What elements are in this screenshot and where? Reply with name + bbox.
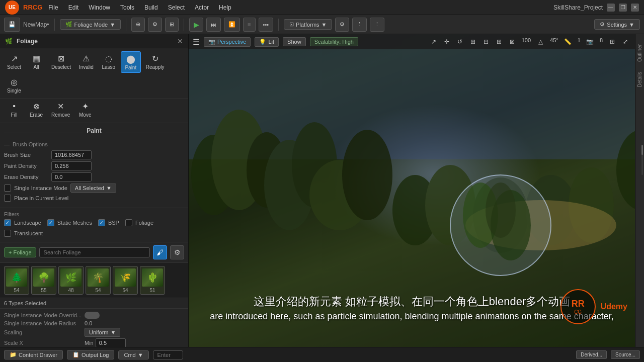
- show-label: Show: [287, 39, 301, 45]
- paint-density-label: Paint Density: [4, 163, 49, 169]
- bsp-checkbox[interactable]: [98, 219, 105, 226]
- move-icon: ✦: [79, 101, 91, 111]
- angle-icon[interactable]: △: [535, 36, 546, 47]
- snap-button[interactable]: ⚙: [148, 18, 162, 32]
- menu-file[interactable]: File: [46, 3, 60, 12]
- menu-help[interactable]: Help: [217, 3, 233, 12]
- single-instance-override-toggle[interactable]: [85, 312, 100, 319]
- options-button[interactable]: •••: [259, 18, 274, 32]
- brush-size-input[interactable]: [51, 150, 92, 159]
- add-foliage-button[interactable]: + Foliage: [4, 247, 36, 257]
- scaling-dropdown[interactable]: Uniform ▼: [85, 328, 120, 337]
- reapply-icon: ↻: [149, 53, 161, 63]
- scale-icon[interactable]: ⊞: [467, 36, 478, 47]
- outliner-label[interactable]: Outliner: [637, 44, 642, 62]
- foliage-item-1[interactable]: 🌳 55: [31, 266, 56, 295]
- transform-button[interactable]: ⊕: [131, 18, 145, 32]
- grid-button[interactable]: ⊞: [165, 18, 179, 32]
- restore-button[interactable]: ❐: [619, 4, 627, 12]
- toolbar-more1[interactable]: ⋮: [352, 18, 367, 32]
- single-instance-checkbox[interactable]: [4, 185, 11, 192]
- menu-tools[interactable]: Tools: [118, 3, 136, 12]
- stop-button[interactable]: ⏫: [224, 18, 240, 32]
- deselect-tool[interactable]: ⊠ Deselect: [48, 51, 74, 73]
- toolbar-more2[interactable]: ⋮: [370, 18, 384, 32]
- lit-button[interactable]: 💡 Lit: [255, 37, 279, 47]
- translucent-checkbox[interactable]: [4, 230, 11, 237]
- erase-density-input[interactable]: [51, 172, 92, 182]
- ruler-icon[interactable]: 📏: [562, 36, 574, 47]
- invalid-tool[interactable]: ⚠ Invalid: [76, 51, 97, 73]
- menu-actor[interactable]: Actor: [193, 3, 211, 12]
- lasso-tool[interactable]: ◌ Lasso: [99, 51, 119, 73]
- paint-density-input[interactable]: [51, 161, 92, 170]
- menu-window[interactable]: Window: [87, 3, 112, 12]
- close-button[interactable]: ✕: [631, 4, 639, 12]
- fill-tool[interactable]: ▪ Fill: [4, 99, 24, 120]
- cmd-input-field[interactable]: [153, 350, 183, 359]
- viewport-layout-icon[interactable]: ⊞: [607, 36, 618, 47]
- play-button[interactable]: ▶: [189, 18, 203, 32]
- foliage-mode-button[interactable]: 🌿 Foliage Mode ▼: [60, 19, 121, 30]
- source-button[interactable]: Source...: [611, 350, 640, 359]
- scale-x-min-input[interactable]: [96, 338, 126, 347]
- paint-tool[interactable]: ⬤ Paint: [121, 51, 141, 73]
- content-drawer-button[interactable]: 📁 Content Drawer: [4, 350, 63, 359]
- pause-button[interactable]: ≡: [243, 18, 255, 32]
- output-log-button[interactable]: 📋 Output Log: [67, 350, 114, 359]
- single-tool[interactable]: ◎ Single: [4, 75, 24, 96]
- cmd-label: Cmd: [124, 352, 135, 358]
- translate-icon[interactable]: ✛: [441, 36, 452, 47]
- paint-mode-button[interactable]: 🖌: [153, 245, 167, 259]
- all-icon: ▦: [30, 53, 42, 63]
- viewport-menu-icon[interactable]: ☰: [193, 37, 200, 47]
- step-button[interactable]: ⏭: [206, 18, 221, 32]
- save-button[interactable]: 💾: [4, 18, 20, 32]
- panel-header: 🌿 Foliage ✕: [0, 34, 188, 48]
- foliage-item-3[interactable]: 🌴 54: [86, 266, 111, 295]
- foliage-item-0[interactable]: 🌲 54: [4, 266, 29, 295]
- camera-icon[interactable]: 📷: [585, 36, 596, 47]
- foliage-checkbox[interactable]: [125, 219, 132, 226]
- types-selected: 6 Types Selected: [0, 298, 188, 309]
- snap-icon[interactable]: ⊞: [494, 36, 505, 47]
- move-tool[interactable]: ✦ Move: [75, 99, 95, 120]
- place-current-level-row: Place in Current Level: [4, 195, 184, 202]
- select-tool[interactable]: ↗ Select: [4, 51, 24, 73]
- all-selected-dropdown[interactable]: All Selected ▼: [70, 184, 116, 193]
- derived-button[interactable]: Derived...: [576, 350, 607, 359]
- foliage-item-2[interactable]: 🌿 48: [58, 266, 84, 295]
- place-current-checkbox[interactable]: [4, 195, 11, 202]
- scalability-button[interactable]: Scalability: High: [310, 37, 358, 46]
- compile-button[interactable]: ⚙: [335, 18, 349, 32]
- remove-tool[interactable]: ✕ Remove: [48, 99, 73, 120]
- viewport-options-icon[interactable]: ⊟: [480, 36, 492, 47]
- landscape-checkbox[interactable]: [4, 219, 11, 226]
- panel-close-button[interactable]: ✕: [177, 37, 183, 45]
- erase-tool[interactable]: ⊗ Erase: [26, 99, 46, 120]
- select-mode-icon[interactable]: ↗: [428, 36, 439, 47]
- all-tool[interactable]: ▦ All: [26, 51, 46, 73]
- menu-edit[interactable]: Edit: [66, 3, 81, 12]
- search-foliage-input[interactable]: [39, 247, 150, 257]
- reapply-tool[interactable]: ↻ Reapply: [143, 51, 168, 73]
- show-button[interactable]: Show: [283, 37, 306, 46]
- platforms-button[interactable]: ⊡ Platforms ▼: [284, 19, 332, 30]
- foliage-item-4[interactable]: 🌾 54: [113, 266, 138, 295]
- menu-build[interactable]: Build: [142, 3, 160, 12]
- grid-icon[interactable]: ⊠: [507, 36, 518, 47]
- foliage-item-5[interactable]: 🌵 51: [140, 266, 165, 295]
- select-label: Select: [7, 64, 21, 70]
- cmd-button[interactable]: Cmd ▼: [118, 350, 148, 359]
- perspective-button[interactable]: 📷 Perspective: [204, 37, 251, 47]
- maximize-icon[interactable]: ⤢: [620, 36, 631, 47]
- details-label[interactable]: Details: [637, 72, 642, 87]
- menu-select[interactable]: Select: [166, 3, 187, 12]
- viewport-background[interactable]: 这里介绍的新元素 如粒子模拟、在同一个角色上blender多个动画 are in…: [189, 34, 635, 347]
- landscape-filter: Landscape: [4, 219, 41, 226]
- rotate-icon[interactable]: ↺: [454, 36, 465, 47]
- foliage-settings-button[interactable]: ⚙: [170, 245, 184, 259]
- settings-button[interactable]: ⚙ Settings ▼: [594, 19, 640, 30]
- static-meshes-checkbox[interactable]: [47, 219, 54, 226]
- minimize-button[interactable]: —: [607, 4, 615, 12]
